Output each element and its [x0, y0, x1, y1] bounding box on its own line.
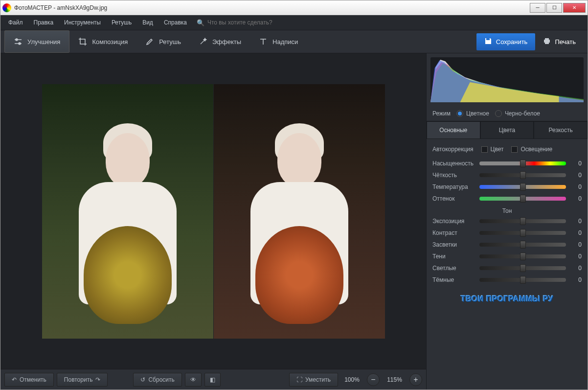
autocorrect-lighting-label: Освещение	[520, 146, 552, 153]
maximize-button[interactable]: ☐	[546, 3, 562, 13]
saturation-label: Насыщенность	[432, 160, 475, 167]
app-icon	[2, 3, 11, 12]
fit-label: Уместить	[305, 376, 331, 383]
shadows-value: 0	[570, 253, 582, 260]
mode-bw-radio[interactable]: Черно-белое	[495, 110, 540, 117]
fit-icon: ⛶	[296, 376, 302, 383]
contrast-slider[interactable]	[479, 231, 566, 235]
radio-off-icon	[495, 110, 502, 117]
mode-bw-label: Черно-белое	[505, 110, 540, 117]
mode-color-radio[interactable]: Цветное	[456, 110, 489, 117]
redo-label: Повторить	[64, 376, 93, 383]
app-window: ФотоМАСТЕР - amNskXA9gDw.jpg ─ ☐ ✕ Файл …	[0, 0, 588, 390]
tab-improvements[interactable]: Улучшения	[4, 30, 69, 53]
close-button[interactable]: ✕	[563, 3, 586, 13]
autocorrect-color-checkbox[interactable]: Цвет	[481, 146, 504, 153]
svg-point-3	[19, 43, 21, 45]
tab-captions[interactable]: Надписи	[250, 30, 307, 53]
highlights-value: 0	[570, 241, 582, 248]
tab-composition[interactable]: Композиция	[69, 30, 136, 53]
undo-button[interactable]: ↶ Отменить	[4, 373, 54, 387]
save-button[interactable]: Сохранить	[476, 33, 536, 50]
zoom-out-button[interactable]: −	[367, 373, 380, 386]
menu-retouch[interactable]: Ретушь	[107, 17, 136, 28]
autocorrect-color-label: Цвет	[491, 146, 504, 153]
search-input[interactable]	[207, 19, 305, 26]
brush-icon	[145, 37, 154, 46]
sliders-icon	[14, 37, 23, 46]
highlights-label: Засветки	[432, 241, 475, 248]
reset-label: Сбросить	[148, 376, 174, 383]
blacks-slider[interactable]	[479, 278, 566, 282]
saturation-value: 0	[570, 160, 582, 167]
redo-icon: ↷	[95, 376, 100, 383]
minimize-button[interactable]: ─	[530, 3, 545, 13]
compare-icon: ◧	[210, 376, 215, 383]
whites-value: 0	[570, 265, 582, 272]
contrast-value: 0	[570, 229, 582, 236]
autocorrect-label: Автокоррекция	[432, 146, 474, 153]
side-tab-colors[interactable]: Цвета	[480, 121, 534, 139]
menu-tools[interactable]: Инструменты	[59, 17, 106, 28]
saturation-slider[interactable]	[479, 161, 566, 165]
svg-point-2	[16, 39, 18, 41]
image-before	[42, 84, 213, 339]
zoom-in-button[interactable]: +	[409, 373, 422, 386]
reset-button[interactable]: ↺ Сбросить	[133, 373, 181, 387]
autocorrect-lighting-checkbox[interactable]: Освещение	[511, 146, 552, 153]
wand-icon	[199, 37, 207, 46]
zoom-current-value: 115%	[384, 376, 406, 383]
menu-help[interactable]: Справка	[159, 17, 192, 28]
blacks-value: 0	[570, 276, 582, 283]
save-icon	[484, 37, 492, 46]
print-label: Печать	[555, 38, 576, 46]
side-tab-sharpness[interactable]: Резкость	[534, 121, 588, 139]
print-button[interactable]: Печать	[535, 33, 584, 50]
clarity-label: Чёткость	[432, 172, 475, 179]
tint-slider[interactable]	[479, 197, 566, 201]
menubar: Файл Правка Инструменты Ретушь Вид Справ…	[0, 15, 588, 30]
titlebar: ФотоМАСТЕР - amNskXA9gDw.jpg ─ ☐ ✕	[0, 0, 588, 15]
search-icon: 🔍	[197, 19, 204, 26]
side-tab-basic[interactable]: Основные	[427, 121, 480, 139]
temperature-slider[interactable]	[479, 185, 566, 189]
whites-label: Светлые	[432, 265, 475, 272]
image-before-after	[42, 84, 385, 339]
tab-captions-label: Надписи	[272, 38, 298, 46]
whites-slider[interactable]	[479, 266, 566, 270]
compare-button[interactable]: ◧	[204, 373, 221, 387]
image-after	[214, 84, 385, 339]
canvas-viewport[interactable]	[0, 53, 426, 369]
tint-value: 0	[570, 195, 582, 202]
mode-color-label: Цветное	[466, 110, 489, 117]
toolbar: Улучшения Композиция Ретушь Эффекты	[0, 30, 588, 53]
tint-label: Оттенок	[432, 195, 475, 202]
menu-edit[interactable]: Правка	[29, 17, 59, 28]
blacks-label: Тёмные	[432, 276, 475, 283]
reset-icon: ↺	[140, 376, 145, 383]
temperature-value: 0	[570, 184, 582, 190]
exposure-label: Экспозиция	[432, 218, 475, 225]
highlights-slider[interactable]	[479, 243, 566, 247]
mode-label: Режим	[432, 110, 451, 117]
tab-retouch[interactable]: Ретушь	[136, 30, 190, 53]
exposure-slider[interactable]	[479, 219, 566, 223]
shadows-label: Тени	[432, 253, 475, 260]
tab-effects[interactable]: Эффекты	[190, 30, 250, 53]
tab-improvements-label: Улучшения	[27, 38, 60, 46]
redo-button[interactable]: Повторить ↷	[57, 373, 108, 387]
clarity-slider[interactable]	[479, 173, 566, 177]
watermark-text: ТВОИ ПРОГРАММЫ РУ	[427, 290, 588, 308]
shadows-slider[interactable]	[479, 254, 566, 258]
tab-retouch-label: Ретушь	[159, 38, 181, 46]
crop-icon	[78, 37, 87, 46]
menu-file[interactable]: Файл	[3, 17, 28, 28]
radio-on-icon	[456, 110, 463, 117]
fit-button[interactable]: ⛶ Уместить	[289, 373, 338, 387]
tab-composition-label: Композиция	[92, 38, 128, 46]
menu-view[interactable]: Вид	[137, 17, 158, 28]
side-panel: Режим Цветное Черно-белое Основные Цвета…	[426, 53, 588, 390]
temperature-label: Температура	[432, 184, 475, 190]
preview-toggle-button[interactable]: 👁	[185, 373, 202, 387]
text-icon	[259, 37, 268, 46]
